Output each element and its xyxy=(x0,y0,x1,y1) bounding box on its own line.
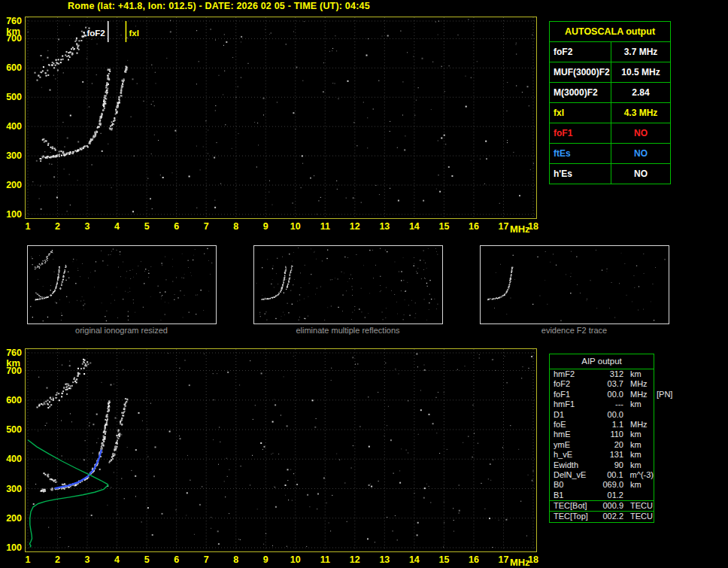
tec-param-name: TEC[Top] xyxy=(554,512,596,521)
ionogram-top: 1234567891011121314151617187607006005004… xyxy=(6,16,538,235)
aip-table-title: AIP output xyxy=(550,354,654,369)
autoscala-param-name: foF1 xyxy=(550,123,611,143)
y-tick-label: 300 xyxy=(6,484,22,494)
axis-labels: 1234567891011121314151617187607006005004… xyxy=(6,348,538,568)
aip-param-unit: km xyxy=(630,430,642,439)
aip-output-table: AIP output hmF2312kmfoF203.7MHzfoF100.0M… xyxy=(549,354,654,523)
aip-param-value: 131 xyxy=(596,450,623,460)
thumb-caption-f2: evidence F2 trace xyxy=(480,326,669,335)
tec-param-unit: TECU xyxy=(630,501,653,511)
autoscala-row: MUF(3000)F210.5 MHz xyxy=(550,62,670,83)
y-tick-label: 500 xyxy=(6,424,22,435)
ionogram-bottom: 1234567891011121314151617187607006005004… xyxy=(6,348,538,568)
x-tick-label: 5 xyxy=(144,221,150,232)
echo-dots xyxy=(261,266,293,300)
autoscala-param-name: MUF(3000)F2 xyxy=(550,62,611,82)
echo-dots xyxy=(35,27,128,160)
x-tick-label: 11 xyxy=(320,554,330,565)
aip-param-value: 90 xyxy=(596,460,623,470)
thumb-clean xyxy=(254,246,443,324)
aip-param-name: D1 xyxy=(554,410,596,420)
x-tick-label: 16 xyxy=(469,221,479,232)
y-axis-unit-label: km xyxy=(6,357,20,369)
echo-dots xyxy=(37,359,129,493)
aip-param-value: 03.7 xyxy=(596,379,623,389)
y-tick-label: 100 xyxy=(6,209,22,220)
x-tick-label: 4 xyxy=(114,221,120,232)
x-tick-label: 2 xyxy=(55,221,60,232)
aip-param-name: ymE xyxy=(554,440,596,450)
autoscala-param-name: fxI xyxy=(550,103,611,123)
autoscala-param-name: foF2 xyxy=(550,42,611,62)
aip-param-value: --- xyxy=(596,399,623,409)
x-tick-label: 3 xyxy=(85,221,90,232)
x-tick-label: 9 xyxy=(263,554,268,565)
autoscala-param-value: 2.84 xyxy=(611,83,670,102)
x-tick-label: 14 xyxy=(409,221,420,232)
aip-param-value: 00.0 xyxy=(596,390,623,399)
y-axis-unit-label: km xyxy=(6,26,20,37)
aip-row: B101.2 xyxy=(550,491,654,500)
autoscala-table-rows: foF23.7 MHzMUF(3000)F210.5 MHzM(3000)F22… xyxy=(550,42,670,184)
aip-tec-row: TEC[Top]002.2TECU xyxy=(550,511,654,521)
fxI-marker-label: fxI xyxy=(129,29,138,38)
autoscala-param-value: 3.7 MHz xyxy=(611,42,670,62)
x-tick-label: 16 xyxy=(469,554,479,565)
x-tick-label: 6 xyxy=(174,554,179,565)
autoscala-param-value: NO xyxy=(611,123,670,143)
autoscala-row: ftEsNO xyxy=(550,144,670,164)
aip-param-name: B0 xyxy=(554,480,596,490)
aip-row: h_vE131km xyxy=(550,450,654,460)
aip-param-value: 312 xyxy=(596,369,623,379)
autoscala-row: foF23.7 MHz xyxy=(550,42,670,62)
aip-param-name: foF1 xyxy=(554,390,596,399)
aip-param-name: hmF1 xyxy=(554,399,596,409)
x-tick-label: 15 xyxy=(438,554,449,565)
aip-param-unit: km xyxy=(630,399,642,409)
aip-row: hmF2312km xyxy=(550,369,654,379)
aip-param-value: 1.1 xyxy=(596,420,623,430)
y-tick-label: 200 xyxy=(6,180,22,190)
x-tick-label: 1 xyxy=(26,221,31,232)
x-tick-label: 10 xyxy=(290,554,301,565)
autoscala-row: fxI4.3 MHz xyxy=(550,103,670,123)
aip-param-unit: MHz xyxy=(630,379,648,389)
thumb-original xyxy=(28,246,217,324)
foF2-marker-label: foF2 xyxy=(86,29,105,38)
y-tick-label: 400 xyxy=(6,121,22,132)
aip-row: hmF1---km xyxy=(550,399,654,409)
x-tick-label: 12 xyxy=(350,221,360,232)
x-tick-label: 11 xyxy=(320,221,330,232)
axis-labels: 1234567891011121314151617187607006005004… xyxy=(6,16,538,235)
autoscala-param-name: h'Es xyxy=(550,164,611,184)
y-tick-label: 200 xyxy=(6,513,22,524)
y-tick-label: 600 xyxy=(6,395,22,405)
y-tick-label: 400 xyxy=(6,454,22,464)
noise-dots xyxy=(30,248,212,321)
aip-row: foE1.1MHz xyxy=(550,420,654,430)
aip-row: B0069.0km xyxy=(550,480,654,490)
aip-param-value: 110 xyxy=(596,430,623,439)
aip-param-value: 20 xyxy=(596,440,623,450)
aip-param-name: foE xyxy=(554,420,596,430)
aip-param-name: hmE xyxy=(554,430,596,439)
aip-param-unit: km xyxy=(630,480,642,490)
aip-row: foF203.7MHz xyxy=(550,379,654,389)
autoscala-param-value: 10.5 MHz xyxy=(611,62,670,82)
x-tick-label: 1 xyxy=(26,554,31,565)
aip-tec-rows: TEC[Bot]000.9TECUTEC[Top]002.2TECU xyxy=(550,500,654,522)
autoscala-param-name: M(3000)F2 xyxy=(550,83,611,102)
aip-table-rows: hmF2312kmfoF203.7MHzfoF100.0MHz[PN]hmF1-… xyxy=(550,369,654,500)
x-tick-label: 4 xyxy=(114,554,120,565)
noise-dots xyxy=(28,19,534,214)
y-tick-label: 760 xyxy=(6,348,22,358)
aip-param-name: B1 xyxy=(554,491,596,500)
aip-param-unit: km xyxy=(630,450,642,460)
x-tick-label: 12 xyxy=(350,554,360,565)
x-tick-label: 17 xyxy=(499,221,509,232)
aip-param-value: 00.1 xyxy=(596,470,623,480)
thumb-border xyxy=(28,246,217,324)
autoscala-table-title: AUTOSCALA output xyxy=(550,22,670,42)
y-tick-label: 600 xyxy=(6,62,22,73)
autoscala-param-name: ftEs xyxy=(550,144,611,163)
